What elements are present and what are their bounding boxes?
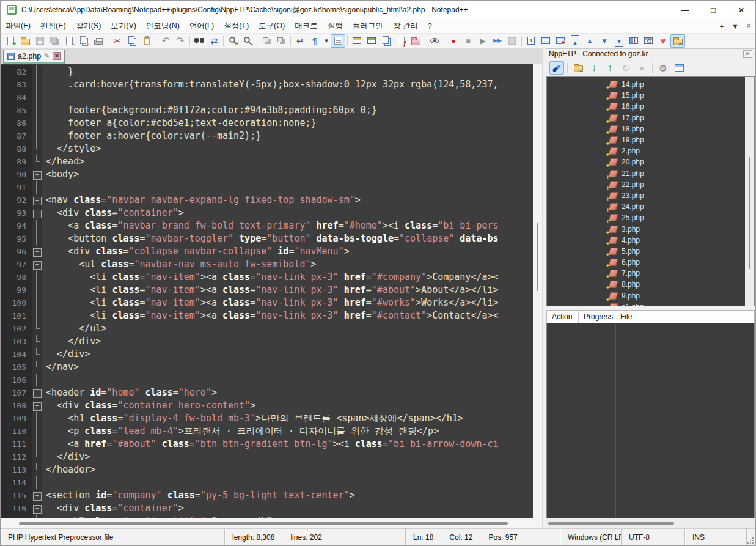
scrollbar-thumb[interactable]: [548, 522, 674, 525]
queue-column-file[interactable]: File: [615, 311, 754, 323]
close-all-button[interactable]: -: [76, 34, 91, 48]
fold-collapse-marker[interactable]: [32, 207, 42, 220]
menu-item-n[interactable]: 인코딩(N): [141, 19, 185, 33]
abort-button[interactable]: ●: [634, 61, 649, 75]
ftp-file-item[interactable]: 24.php: [547, 201, 745, 212]
tab-add-button[interactable]: +: [715, 23, 728, 30]
menu-item-[interactable]: 실행: [323, 19, 348, 33]
ftp-file-item[interactable]: 25.php: [547, 212, 745, 223]
queue-column-progress[interactable]: Progress: [579, 311, 615, 323]
fold-collapse-marker[interactable]: [32, 168, 42, 181]
scrollbar-thumb[interactable]: [19, 522, 508, 525]
ftp-file-item[interactable]: 15.php: [547, 90, 745, 101]
close-tab-icon[interactable]: ✕: [53, 52, 61, 60]
open-cache-folder-button[interactable]: [571, 61, 585, 75]
ftp-file-item[interactable]: 14.php: [547, 79, 745, 90]
collapse-to-top-button[interactable]: [568, 34, 582, 48]
resize-grip[interactable]: [747, 529, 755, 545]
zoom-out-button[interactable]: -: [240, 34, 255, 48]
code-editor[interactable]: 82 }83 .card:hover{transform:translateY(…: [1, 64, 533, 518]
fold-collapse-marker[interactable]: [32, 258, 42, 271]
ftp-file-item[interactable]: 18.php: [547, 124, 745, 135]
toolbar-dropdown-button[interactable]: ▾: [322, 34, 331, 48]
menu-item-s[interactable]: 찾기(S): [71, 19, 106, 33]
menu-item-?[interactable]: ?: [423, 20, 437, 32]
expand-level-button[interactable]: ▼: [597, 34, 612, 48]
indent-guide-button[interactable]: [331, 34, 345, 48]
editor-vertical-scrollbar[interactable]: [533, 64, 542, 518]
sync-vertical-button[interactable]: [259, 34, 274, 48]
nppftp-close-button[interactable]: ✕: [743, 50, 752, 58]
redo-button[interactable]: ↷: [173, 34, 188, 48]
fold-collapse-marker[interactable]: [32, 194, 42, 207]
ftp-file-item[interactable]: 9.php: [547, 290, 745, 301]
ftp-file-item[interactable]: 23.php: [547, 190, 745, 201]
refresh-button[interactable]: ↻: [618, 61, 633, 75]
connect-button[interactable]: [549, 61, 564, 75]
cut-button[interactable]: ✂: [110, 34, 125, 48]
download-button[interactable]: ↓: [587, 61, 601, 75]
unfold-all-button[interactable]: [553, 34, 568, 48]
nppftp-show-button[interactable]: [670, 34, 685, 48]
menu-item-[interactable]: 창 관리: [388, 19, 423, 33]
scrollbar-thumb[interactable]: [537, 223, 538, 291]
favorites-button[interactable]: ♥: [656, 34, 670, 48]
tab-a2-php[interactable]: a2.php ✎ ✕: [3, 50, 65, 64]
menu-item-t[interactable]: 설정(T): [219, 19, 254, 33]
window-list-button[interactable]: ▼: [728, 23, 742, 30]
macro-stop-button[interactable]: ■: [461, 34, 475, 48]
queue-details-button[interactable]: [672, 61, 686, 75]
paste-button[interactable]: [139, 34, 154, 48]
sync-horizontal-button[interactable]: [274, 34, 288, 48]
copy-button[interactable]: [125, 34, 139, 48]
ftp-file-item[interactable]: 20.php: [547, 157, 745, 168]
fold-all-button[interactable]: [538, 34, 553, 48]
ftp-file-item[interactable]: 5.php: [547, 246, 745, 257]
queue-horizontal-scrollbar[interactable]: [546, 518, 755, 528]
menu-item-o[interactable]: 도구(O): [254, 19, 290, 33]
ftp-file-item[interactable]: 6.php: [547, 257, 745, 268]
ftp-file-item[interactable]: 17.php: [547, 113, 745, 124]
maximize-button[interactable]: □: [699, 1, 727, 19]
pin-tab-icon[interactable]: ✎: [44, 53, 50, 59]
save-file-button[interactable]: [32, 34, 47, 48]
menu-item-e[interactable]: 편집(E): [35, 19, 71, 33]
close-button[interactable]: ✕: [727, 1, 755, 19]
fold-collapse-marker[interactable]: [32, 245, 42, 258]
undo-button[interactable]: ↶: [158, 34, 173, 48]
eol-format-status[interactable]: Windows (CR LF): [560, 529, 622, 545]
queue-column-action[interactable]: Action: [547, 311, 579, 323]
insert-mode-status[interactable]: INS: [685, 529, 747, 545]
collapse-level-button[interactable]: ▲: [582, 34, 597, 48]
document-list-button[interactable]: [379, 34, 394, 48]
macro-play-button[interactable]: ▶: [475, 34, 490, 48]
function-list-button[interactable]: ƒ: [394, 34, 408, 48]
menu-item-f[interactable]: 파일(F): [1, 19, 35, 33]
ftp-file-item[interactable]: 19.php: [547, 135, 745, 146]
collapse-to-bottom-button[interactable]: [612, 34, 626, 48]
open-file-button[interactable]: [18, 34, 32, 48]
new-file-button[interactable]: +: [3, 34, 18, 48]
scrollbar-thumb[interactable]: [749, 157, 750, 269]
minimize-button[interactable]: —: [671, 1, 699, 19]
ftp-file-item[interactable]: 21.php: [547, 168, 745, 179]
ftp-file-item[interactable]: 22.php: [547, 179, 745, 190]
tree-vertical-scrollbar[interactable]: [745, 77, 754, 306]
search-results-button[interactable]: [641, 34, 656, 48]
upload-button[interactable]: ↑: [603, 61, 617, 75]
ftp-file-item[interactable]: 2.php: [547, 146, 745, 157]
print-button[interactable]: [91, 34, 106, 48]
save-all-button[interactable]: [47, 34, 62, 48]
close-file-button[interactable]: -: [62, 34, 76, 48]
encoding-status[interactable]: UTF-8: [622, 529, 685, 545]
editor-horizontal-scrollbar[interactable]: [1, 518, 542, 528]
zoom-in-button[interactable]: +: [226, 34, 240, 48]
ftp-file-item[interactable]: 8.php: [547, 279, 745, 290]
ftp-file-item[interactable]: 4.php: [547, 235, 745, 246]
word-wrap-button[interactable]: ↵: [293, 34, 307, 48]
macro-run-multiple-button[interactable]: ▶▶: [490, 34, 505, 48]
ftp-file-item[interactable]: 7.php: [547, 268, 745, 279]
column-marker-button[interactable]: [626, 34, 641, 48]
macro-save-button[interactable]: [505, 34, 519, 48]
ftp-file-item[interactable]: 3.php: [547, 223, 745, 234]
